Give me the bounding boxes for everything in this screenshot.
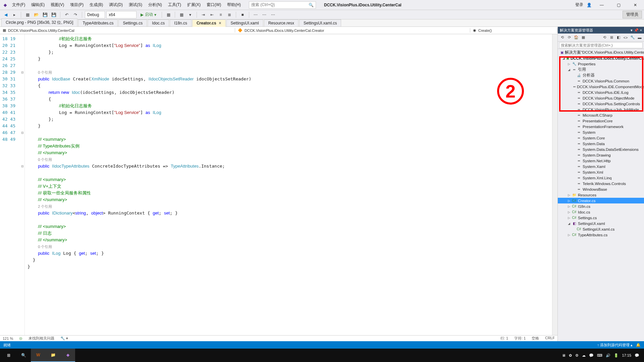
tab[interactable]: Circle.png - PNG [36x36, 32 位, PNG]: [1, 18, 77, 26]
solution-tree[interactable]: ▣解决方案"DCCK.VisionPlus.iDocs.Utility.Cent…: [558, 49, 644, 341]
undo-icon[interactable]: ↶: [63, 11, 70, 18]
save-icon[interactable]: 💾: [41, 11, 49, 18]
scrollbar[interactable]: [552, 34, 557, 335]
issues-icon: ◎: [19, 336, 22, 341]
tool-icon[interactable]: ⇥: [200, 11, 207, 18]
tool-icon[interactable]: ⟲: [601, 35, 607, 41]
tool-icon[interactable]: 🏠: [573, 35, 579, 41]
search-input[interactable]: 搜索 (Ctrl+Q) 🔍: [249, 1, 316, 9]
tool-icon[interactable]: ≡: [217, 11, 224, 18]
tray-icon[interactable]: 🖥: [562, 353, 566, 357]
close-button[interactable]: ✕: [629, 0, 642, 10]
crumb-method[interactable]: ◉ Create(): [470, 28, 557, 33]
config-combo[interactable]: Debug: [85, 11, 105, 18]
open-icon[interactable]: 📂: [33, 11, 40, 18]
tab[interactable]: Settings.cs: [118, 19, 147, 26]
crumb-class[interactable]: 🔶 DCCK.VisionPlus.iDocs.Utility.CenterCa…: [235, 28, 470, 33]
close-icon[interactable]: ×: [219, 21, 221, 25]
tab[interactable]: Idoc.cs: [148, 19, 169, 26]
tool-icon[interactable]: ▦: [165, 11, 172, 18]
tool-icon[interactable]: <>: [623, 35, 629, 41]
start-button[interactable]: ▶ 启动 ▾: [138, 11, 159, 18]
tab[interactable]: Resource.resx: [264, 19, 299, 26]
tray-icon[interactable]: 🔋: [614, 353, 619, 358]
tool-icon[interactable]: ◧: [615, 35, 622, 41]
tray-icon[interactable]: 💬: [589, 353, 594, 358]
menu-test[interactable]: 测试(S): [126, 1, 145, 9]
tool-icon[interactable]: ■: [239, 11, 246, 18]
code-editor[interactable]: //初始化日志服务 Log = RunningContext["Log Serv…: [25, 34, 552, 335]
menu-help[interactable]: 帮助(H): [224, 1, 244, 9]
task-explorer[interactable]: 📁: [46, 349, 60, 362]
tray-icon[interactable]: ✿: [569, 353, 572, 358]
tool-icon[interactable]: ▬: [637, 35, 643, 41]
panel-search[interactable]: [558, 42, 644, 49]
bell-icon[interactable]: 🔔: [636, 343, 641, 347]
issues-text: 未找到相关问题: [29, 336, 54, 341]
tool-icon[interactable]: ⇤: [208, 11, 216, 18]
start-button[interactable]: ⊞: [1, 349, 16, 362]
tool-icon[interactable]: ⋯: [269, 11, 277, 18]
back-icon[interactable]: ◀: [2, 11, 9, 18]
dropdown-icon[interactable]: ▾: [631, 28, 633, 33]
maximize-button[interactable]: ▢: [612, 0, 625, 10]
src-control[interactable]: ↑ 添加到源代码管理 ▴: [597, 343, 633, 348]
menu-tools[interactable]: 工具(T): [165, 1, 184, 9]
task-app[interactable]: W: [31, 349, 46, 362]
tool-icon[interactable]: ⟳: [566, 35, 572, 41]
menu-file[interactable]: 文件(F): [9, 1, 28, 9]
tool-icon[interactable]: ⊞: [608, 35, 614, 41]
caret-line: 行: 1: [500, 336, 508, 341]
panel-toolbar: ⟲⟳ 🏠▦ ⟲⊞ ◧<> 🔧▬: [558, 34, 644, 42]
search-icon: 🔍: [309, 3, 314, 7]
minimize-button[interactable]: —: [595, 0, 608, 10]
tool-icon[interactable]: ⟲: [559, 35, 565, 41]
task-vs[interactable]: ◆: [60, 349, 75, 362]
tool-icon[interactable]: 🔧: [630, 35, 636, 41]
user-icon[interactable]: 👤: [587, 3, 592, 7]
menu-project[interactable]: 项目(P): [67, 1, 86, 9]
menu-ext[interactable]: 扩展(X): [184, 1, 203, 9]
tab-active[interactable]: Creator.cs×: [192, 19, 226, 27]
crumb-project[interactable]: ▦ DCCK.VisionPlus.iDocs.Utility.CenterCa…: [0, 28, 235, 33]
tab[interactable]: TypeAttributes.cs: [78, 19, 118, 26]
tray-icon[interactable]: ⚙: [575, 353, 579, 358]
notification-icon[interactable]: 💬: [635, 353, 639, 358]
tool-icon[interactable]: ⋯: [252, 11, 259, 18]
caret-enc: CRLF: [545, 336, 555, 341]
menu-view[interactable]: 视图(V): [48, 1, 67, 9]
menu-edit[interactable]: 编辑(E): [29, 1, 47, 9]
tray-icon[interactable]: 🔊: [606, 353, 610, 358]
menu-debug[interactable]: 调试(D): [106, 1, 125, 9]
save-all-icon[interactable]: 💾: [50, 11, 57, 18]
new-icon[interactable]: ▦: [24, 11, 31, 18]
zoom-combo[interactable]: 121 %: [3, 337, 13, 341]
search-input[interactable]: [559, 42, 643, 48]
menu-build[interactable]: 生成(B): [87, 1, 106, 9]
tray-icon[interactable]: ☁: [582, 353, 586, 358]
close-icon[interactable]: ×: [640, 28, 642, 33]
tab[interactable]: I18n.cs: [170, 19, 192, 26]
doc-tabs: Circle.png - PNG [36x36, 32 位, PNG] Type…: [0, 19, 644, 27]
tool-icon[interactable]: ▦: [178, 11, 185, 18]
platform-combo[interactable]: x64: [106, 11, 137, 18]
tool-icon[interactable]: ⋯: [261, 11, 268, 18]
forward-icon[interactable]: ▸: [11, 11, 18, 18]
menu-window[interactable]: 窗口(W): [204, 1, 224, 9]
clock[interactable]: 17:15: [622, 353, 631, 357]
main-menu: 文件(F) 编辑(E) 视图(V) 项目(P) 生成(B) 调试(D) 测试(S…: [9, 1, 244, 9]
tray-icon[interactable]: ⌨: [597, 353, 602, 358]
redo-icon[interactable]: ↷: [72, 11, 79, 18]
search-icon[interactable]: 🔍: [16, 349, 31, 362]
editor-status: 121 % ◎ 未找到相关问题 🔧 ▾ 行: 1 字符: 1 空格 CRLF: [0, 335, 557, 341]
tab[interactable]: SettingsUI.xaml.cs: [299, 19, 341, 26]
login-button[interactable]: 登录: [575, 2, 583, 8]
tool-icon[interactable]: ▾: [186, 11, 194, 18]
breadcrumb: ▦ DCCK.VisionPlus.iDocs.Utility.CenterCa…: [0, 27, 557, 34]
menu-analyze[interactable]: 分析(N): [146, 1, 165, 9]
pin-icon[interactable]: 📌: [634, 28, 639, 33]
tool-icon[interactable]: 🔧 ▾: [60, 336, 68, 341]
tab[interactable]: SettingsUI.xaml: [226, 19, 263, 26]
tool-icon[interactable]: ≣: [226, 11, 233, 18]
tool-icon[interactable]: ▦: [580, 35, 586, 41]
